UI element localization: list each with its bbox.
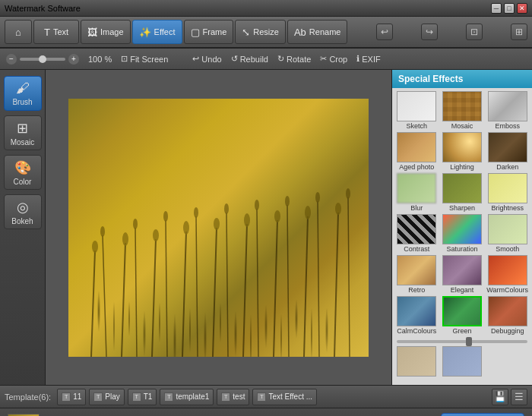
color-label: Color <box>14 178 32 186</box>
svg-line-13 <box>287 205 289 357</box>
svg-line-15 <box>318 201 319 357</box>
rotate-button[interactable]: ↻ Rotate <box>277 54 311 64</box>
crop-button[interactable]: ✂ Crop <box>320 54 347 64</box>
zoom-control: − + <box>6 54 79 65</box>
template-t1[interactable]: T T1 <box>128 389 157 405</box>
extra-btn1[interactable]: ⊡ <box>466 24 483 40</box>
effect-thumb-mosaic <box>442 91 482 121</box>
effect-button[interactable]: ✨ Effect <box>132 20 182 44</box>
text-button[interactable]: T Text <box>33 20 79 44</box>
template-text-effect[interactable]: T Text Effect ... <box>252 389 317 405</box>
effect-debugging[interactable]: Debugging <box>486 296 529 335</box>
effect-mosaic[interactable]: Mosaic <box>441 91 484 130</box>
svg-line-16 <box>334 213 338 357</box>
bokeh-tool-button[interactable]: ◎ Bokeh <box>4 194 42 229</box>
effect-calmcolours[interactable]: CalmColours <box>395 296 439 335</box>
effect-label-aged: Aged photo <box>399 163 434 171</box>
run-button[interactable]: ↗ Run <box>441 413 524 417</box>
svg-line-4 <box>152 239 156 357</box>
rebuild-button[interactable]: ↺ Rebuild <box>231 54 268 64</box>
minimize-button[interactable]: ─ <box>491 3 502 14</box>
svg-point-22 <box>153 229 159 241</box>
canvas-area[interactable] <box>46 70 391 385</box>
svg-line-0 <box>91 251 95 357</box>
effect-blur[interactable]: Blur <box>395 173 439 212</box>
resize-icon: ⤡ <box>242 27 250 38</box>
effect-contrast[interactable]: Contrast <box>395 214 439 253</box>
zoom-slider-thumb[interactable] <box>39 55 46 63</box>
fit-screen-button[interactable]: ⊡ Fit Screen <box>121 54 168 64</box>
brush-label: Brush <box>12 98 32 106</box>
svg-point-29 <box>255 200 259 210</box>
brush-tool-button[interactable]: 🖌 Brush <box>4 76 42 111</box>
effect-thumb-sharpen <box>442 173 482 203</box>
effect-lighting[interactable]: Lighting <box>441 132 484 171</box>
rename-button[interactable]: Ab Rename <box>287 20 347 44</box>
redo-button[interactable]: ↪ <box>421 24 438 40</box>
template-template1[interactable]: T template1 <box>160 389 214 405</box>
zoom-out-button[interactable]: − <box>6 54 17 65</box>
effect-icon: ✨ <box>139 27 151 38</box>
list-template-button[interactable]: ☰ <box>511 389 527 405</box>
save-template-button[interactable]: 💾 <box>492 389 508 405</box>
effect-thumb-retro <box>397 255 436 285</box>
effect-label-mosaic: Mosaic <box>451 122 473 130</box>
effect-darken[interactable]: Darken <box>486 132 529 171</box>
effect-green[interactable]: Green <box>441 296 484 335</box>
effect-label-lighting: Lighting <box>450 163 474 171</box>
svg-line-11 <box>257 209 258 357</box>
undo-action-button[interactable]: ↩ Undo <box>192 54 221 64</box>
close-button[interactable]: ✕ <box>517 3 527 14</box>
svg-point-27 <box>224 203 229 214</box>
exif-button[interactable]: ℹ EXIF <box>356 54 380 64</box>
effect-elegant[interactable]: Elegant <box>441 255 484 294</box>
zoom-in-button[interactable]: + <box>68 54 79 65</box>
svg-point-30 <box>274 210 280 222</box>
effects-grid[interactable]: Sketch Mosaic Emboss Aged photo <box>392 88 532 385</box>
effect-sketch[interactable]: Sketch <box>395 91 439 130</box>
maximize-button[interactable]: □ <box>504 3 515 14</box>
effect-label-saturation: Saturation <box>446 245 477 253</box>
effects-row-3: Blur Sharpen Brightness <box>395 173 529 212</box>
effect-sharpen[interactable]: Sharpen <box>441 173 484 212</box>
effect-smooth[interactable]: Smooth <box>486 214 529 253</box>
effect-extra1[interactable] <box>395 346 439 377</box>
effect-extra2[interactable] <box>441 346 484 377</box>
home-icon: ⌂ <box>15 27 21 38</box>
effects-row-5: Retro Elegant WarmColours <box>395 255 529 294</box>
effect-retro[interactable]: Retro <box>395 255 439 294</box>
effect-label-blur: Blur <box>410 204 423 212</box>
extra-btn2[interactable]: ⊞ <box>511 24 527 40</box>
svg-point-26 <box>214 218 220 230</box>
template-11-label: 11 <box>73 392 81 401</box>
effects-slider[interactable] <box>397 340 527 343</box>
template-test[interactable]: T test <box>217 389 249 405</box>
thumbnail-preview <box>8 414 40 417</box>
undo-button[interactable]: ↩ <box>376 24 393 40</box>
color-icon: 🎨 <box>14 159 31 176</box>
svg-point-35 <box>346 188 350 199</box>
frame-button[interactable]: ▢ Frame <box>184 20 234 44</box>
svg-point-20 <box>122 232 128 246</box>
template-11[interactable]: T 11 <box>57 389 86 405</box>
effect-aged-photo[interactable]: Aged photo <box>395 132 439 171</box>
color-tool-button[interactable]: 🎨 Color <box>4 155 42 190</box>
effect-saturation[interactable]: Saturation <box>441 214 484 253</box>
exif-icon: ℹ <box>356 54 359 64</box>
mosaic-tool-button[interactable]: ⊞ Mosaic <box>4 115 42 150</box>
effects-slider-thumb[interactable] <box>466 337 472 346</box>
undo-action-icon: ↩ <box>192 54 199 64</box>
title-bar: Watermark Software ─ □ ✕ <box>0 0 532 17</box>
effect-label: Effect <box>154 27 176 36</box>
effect-emboss[interactable]: Emboss <box>486 91 529 130</box>
mosaic-icon: ⊞ <box>17 120 28 137</box>
home-button[interactable]: ⌂ <box>5 20 32 44</box>
resize-button[interactable]: ⤡ Resize <box>235 20 286 44</box>
svg-point-33 <box>315 192 320 203</box>
effect-warmcolours[interactable]: WarmColours <box>486 255 529 294</box>
zoom-slider[interactable] <box>20 58 65 61</box>
effect-brightness[interactable]: Brightness <box>486 173 529 212</box>
template-play[interactable]: T Play <box>89 389 124 405</box>
image-button[interactable]: 🖼 Image <box>81 20 131 44</box>
rename-icon: Ab <box>294 27 306 38</box>
